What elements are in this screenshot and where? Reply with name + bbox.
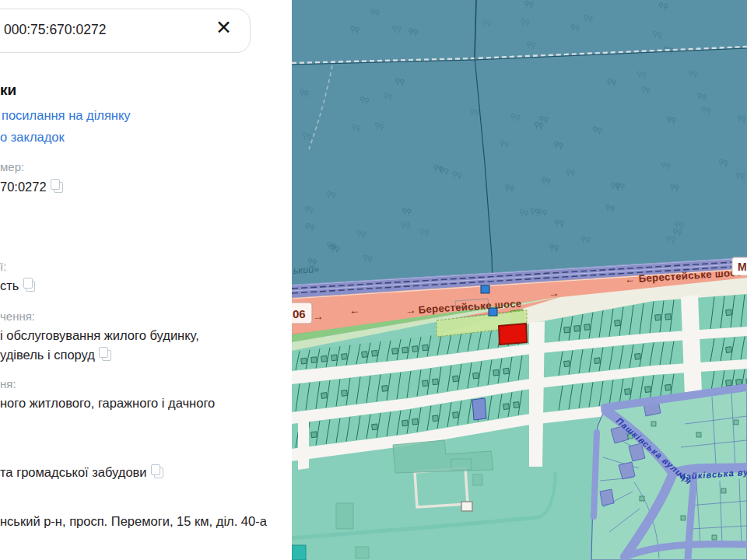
teal-parcel: [292, 545, 306, 560]
forest-area: [292, 0, 747, 285]
white-building: [461, 502, 472, 511]
copy-icon[interactable]: [54, 182, 63, 193]
info-panel: 000:75:670:0272 ✕ ки посилання на ділянк…: [0, 0, 292, 560]
copy-icon[interactable]: [102, 350, 111, 361]
use-label: ня:: [0, 377, 16, 390]
ownership-value: сть: [0, 278, 19, 293]
arrow-icon: →: [405, 303, 416, 317]
arrow-icon: →: [548, 286, 559, 299]
purpose-row2: удівель і споруд: [0, 348, 111, 362]
cadnum-row: 70:0272: [0, 180, 63, 194]
category-line: та громадської забудови: [0, 465, 147, 480]
road-shield-m06-left: 06: [292, 303, 312, 324]
close-icon[interactable]: ✕: [216, 18, 232, 37]
search-input[interactable]: 000:75:670:0272: [4, 22, 106, 38]
shield-text: 06: [293, 307, 306, 320]
ownership-label: ї:: [0, 260, 6, 273]
share-parcel-link[interactable]: посилання на ділянку: [2, 108, 131, 123]
arrow-icon: →: [312, 310, 324, 323]
search-box[interactable]: 000:75:670:0272 ✕: [0, 9, 251, 53]
category-row: та громадської забудови: [0, 465, 163, 480]
purpose-line2: удівель і споруд: [0, 348, 95, 362]
address-line: нський р-н, просп. Перемоги, 15 км, діл.…: [0, 514, 267, 529]
use-line1: ного житлового, гаражного і дачного: [0, 396, 215, 411]
ownership-row: сть: [0, 278, 35, 293]
purpose-line1: і обслуговування жилого будинку,: [0, 328, 199, 343]
shield-text: М: [738, 261, 747, 273]
cadnum-value: 70:0272: [0, 180, 47, 194]
blue-parcel[interactable]: [472, 398, 486, 420]
copy-icon[interactable]: [154, 467, 163, 478]
arrow-icon: ←: [349, 303, 360, 317]
cadnum-label: мер:: [0, 160, 24, 173]
panel-heading: ки: [0, 82, 16, 99]
road-shield-m06-right: М: [732, 257, 747, 275]
selected-parcel[interactable]: [499, 324, 527, 345]
copy-icon[interactable]: [26, 281, 35, 292]
purpose-label: чення:: [0, 310, 35, 323]
blue-zone: Пашківська вулиця Чайківська вули: [591, 384, 747, 560]
arrow-icon: ←: [624, 272, 636, 285]
bookmarks-link[interactable]: о закладок: [0, 130, 65, 145]
map-canvas[interactable]: ький»: [292, 0, 747, 560]
forest-name-label: ький»: [293, 264, 319, 276]
